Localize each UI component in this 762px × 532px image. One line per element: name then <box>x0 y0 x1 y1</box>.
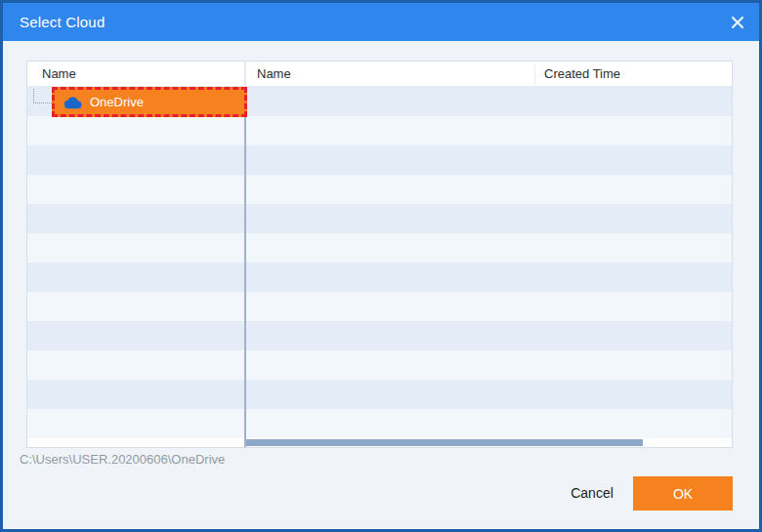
cloud-list-panel: Name Name Created Time OneDrive <box>26 61 733 448</box>
select-cloud-dialog: Select Cloud Name Name Created Time <box>0 0 762 532</box>
tree-connector-line <box>33 89 52 103</box>
header-pane-separator <box>244 61 246 86</box>
onedrive-item-label: OneDrive <box>90 95 144 109</box>
cancel-button[interactable]: Cancel <box>558 476 626 510</box>
title-bar: Select Cloud <box>3 3 759 41</box>
right-pane-header-created-time[interactable]: Created Time <box>544 61 620 86</box>
dialog-title: Select Cloud <box>3 14 105 30</box>
onedrive-item[interactable]: OneDrive <box>52 87 247 117</box>
header-column-separator <box>534 63 535 85</box>
close-button[interactable] <box>716 3 759 41</box>
right-pane-header-name[interactable]: Name <box>257 61 291 86</box>
left-pane-rows <box>27 87 244 438</box>
dialog-content: Name Name Created Time OneDrive <box>3 41 759 529</box>
list-header-row: Name Name Created Time <box>27 61 732 87</box>
ok-button[interactable]: OK <box>633 476 733 511</box>
left-pane-header-name[interactable]: Name <box>42 61 76 86</box>
pane-divider[interactable] <box>244 87 246 447</box>
horizontal-scrollbar-thumb[interactable] <box>246 439 643 446</box>
horizontal-scrollbar-track[interactable] <box>246 438 732 447</box>
list-body: OneDrive <box>27 87 732 447</box>
onedrive-cloud-icon <box>63 96 82 109</box>
selected-path-text: C:\Users\USER.20200606\OneDrive <box>20 452 225 467</box>
right-pane-rows <box>246 87 732 438</box>
close-icon <box>731 16 744 29</box>
